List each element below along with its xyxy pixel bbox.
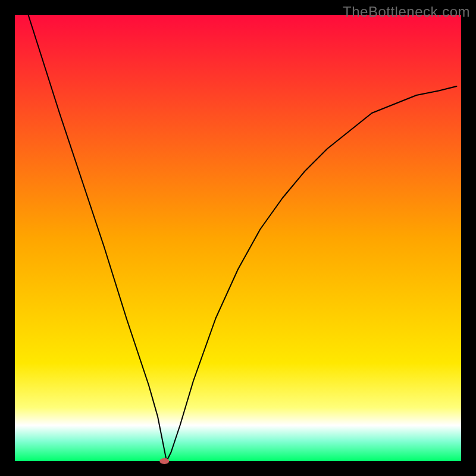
optimum-marker: [159, 458, 169, 464]
watermark-text: TheBottleneck.com: [343, 4, 470, 20]
chart-container: TheBottleneck.com: [0, 0, 476, 476]
bottleneck-chart: [0, 0, 476, 476]
plot-background: [15, 15, 461, 461]
